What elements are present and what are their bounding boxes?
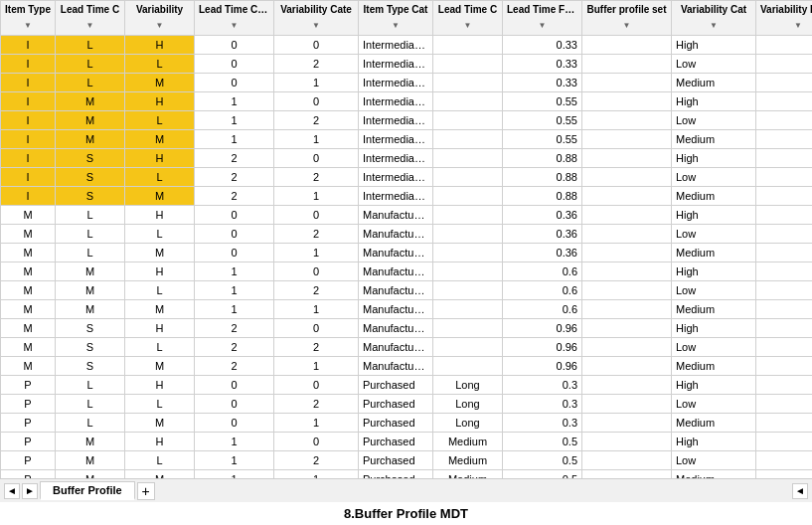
cell-combo: Purchased	[359, 395, 433, 414]
cell-ltcat	[433, 55, 503, 74]
cell-ltcn: 1	[195, 451, 274, 470]
cell-ltcn: 1	[195, 281, 274, 300]
cell-var-cat: Low	[672, 225, 756, 244]
cell-varcn: 1	[274, 130, 359, 149]
cell-item-type: I	[1, 168, 56, 187]
col-header-lead-time-c2[interactable]: Lead Time C▼	[433, 1, 503, 36]
cell-variability: M	[125, 414, 195, 433]
tab-nav-left[interactable]: ◄	[4, 483, 20, 499]
cell-ltcat	[433, 357, 503, 376]
cell-ltcat: Long	[433, 414, 503, 433]
cell-combo: Manufactured Medium	[359, 262, 433, 281]
cell-lead-time-c: L	[56, 36, 125, 55]
cell-ltcat	[433, 206, 503, 225]
cell-ltcn: 2	[195, 338, 274, 357]
cell-ltcat: Long	[433, 376, 503, 395]
cell-item-type: I	[1, 92, 56, 111]
cell-ltcn: 2	[195, 357, 274, 376]
col-header-lead-time-c[interactable]: Lead Time C▼	[56, 1, 125, 36]
cell-var-factor: 0.55	[756, 187, 813, 206]
cell-item-type: I	[1, 36, 56, 55]
cell-ltcat: Medium	[433, 451, 503, 470]
cell-item-type: P	[1, 433, 56, 451]
col-header-variability[interactable]: Variability▼	[125, 1, 195, 36]
cell-buffer-profile-set	[582, 262, 672, 281]
col-header-variability-cat[interactable]: Variability Cate▼	[274, 1, 359, 36]
cell-lead-time-c: M	[56, 281, 125, 300]
col-header-lead-time-factor[interactable]: Lead Time Factor▼	[503, 1, 582, 36]
cell-var-factor: 0.2	[756, 451, 813, 470]
cell-var-cat: Medium	[672, 187, 756, 206]
tab-right-controls: ◄	[792, 483, 808, 499]
cell-var-factor: 0.6	[756, 244, 813, 262]
cell-item-type: I	[1, 187, 56, 206]
cell-variability: H	[125, 36, 195, 55]
cell-varcn: 2	[274, 338, 359, 357]
cell-varcn: 1	[274, 187, 359, 206]
cell-lead-time-c: L	[56, 414, 125, 433]
cell-item-type: I	[1, 55, 56, 74]
cell-var-cat: Low	[672, 451, 756, 470]
cell-variability: L	[125, 281, 195, 300]
cell-buffer-profile-set	[582, 338, 672, 357]
table-row: PLH00PurchasedLong0.3High0.8	[1, 376, 813, 395]
cell-buffer-profile-set	[582, 187, 672, 206]
cell-ltcat	[433, 111, 503, 130]
cell-lead-time-c: M	[56, 433, 125, 451]
col-header-item-type[interactable]: Item Type▼	[1, 1, 56, 36]
cell-var-factor: 0.6	[756, 357, 813, 376]
cell-item-type: M	[1, 206, 56, 225]
table-row: PMH10PurchasedMedium0.5High0.8	[1, 433, 813, 451]
cell-combo: Intermediate Long	[359, 74, 433, 92]
cell-buffer-profile-set	[582, 376, 672, 395]
cell-lead-time-c: S	[56, 357, 125, 376]
cell-ltcn: 2	[195, 187, 274, 206]
cell-ltfactor: 0.5	[503, 470, 582, 479]
scrollbar-left[interactable]: ◄	[792, 483, 808, 499]
col-header-variability-factor[interactable]: Variability Factor▼	[756, 1, 813, 36]
cell-combo: Manufactured Short	[359, 338, 433, 357]
cell-var-factor: 0.5	[756, 414, 813, 433]
cell-varcn: 0	[274, 149, 359, 168]
col-header-buffer-profile[interactable]: Buffer profile set▼	[582, 1, 672, 36]
cell-varcn: 1	[274, 414, 359, 433]
col-header-variability-cat2[interactable]: Variability Cat▼	[672, 1, 756, 36]
add-sheet-button[interactable]: +	[137, 482, 155, 500]
cell-var-factor: 0.2	[756, 395, 813, 414]
cell-ltcat	[433, 130, 503, 149]
cell-item-type: P	[1, 395, 56, 414]
cell-var-cat: High	[672, 149, 756, 168]
cell-variability: H	[125, 433, 195, 451]
cell-lead-time-c: L	[56, 206, 125, 225]
cell-varcn: 2	[274, 168, 359, 187]
cell-var-factor: 0.24	[756, 225, 813, 244]
col-header-item-type-cat[interactable]: Item Type Cat▼	[359, 1, 433, 36]
cell-varcn: 2	[274, 55, 359, 74]
cell-buffer-profile-set	[582, 225, 672, 244]
footer-caption: 8.Buffer Profile MDT	[0, 502, 812, 525]
cell-ltcat	[433, 168, 503, 187]
cell-buffer-profile-set	[582, 244, 672, 262]
cell-lead-time-c: M	[56, 262, 125, 281]
cell-lead-time-c: S	[56, 149, 125, 168]
buffer-profile-tab[interactable]: Buffer Profile	[40, 481, 135, 500]
cell-ltfactor: 0.96	[503, 338, 582, 357]
cell-var-cat: Low	[672, 55, 756, 74]
cell-ltcat	[433, 187, 503, 206]
table-row: MMH10Manufactured Medium0.6High0.96	[1, 262, 813, 281]
cell-combo: Manufactured Short	[359, 357, 433, 376]
cell-var-factor: 0.96	[756, 206, 813, 225]
cell-variability: H	[125, 376, 195, 395]
col-header-lead-time-cat[interactable]: Lead Time Cate▼	[195, 1, 274, 36]
cell-ltcn: 1	[195, 262, 274, 281]
cell-variability: L	[125, 111, 195, 130]
tab-nav-right[interactable]: ►	[22, 483, 38, 499]
cell-var-factor: 0.88	[756, 36, 813, 55]
cell-var-factor: 0.22	[756, 55, 813, 74]
cell-var-factor: 0.96	[756, 262, 813, 281]
table-row: ISH20Intermediate Short0.88High0.88	[1, 149, 813, 168]
table-wrapper[interactable]: Item Type▼ Lead Time C▼ Variability▼ Lea…	[0, 0, 812, 478]
cell-item-type: I	[1, 74, 56, 92]
cell-var-cat: Medium	[672, 130, 756, 149]
cell-ltcn: 0	[195, 244, 274, 262]
